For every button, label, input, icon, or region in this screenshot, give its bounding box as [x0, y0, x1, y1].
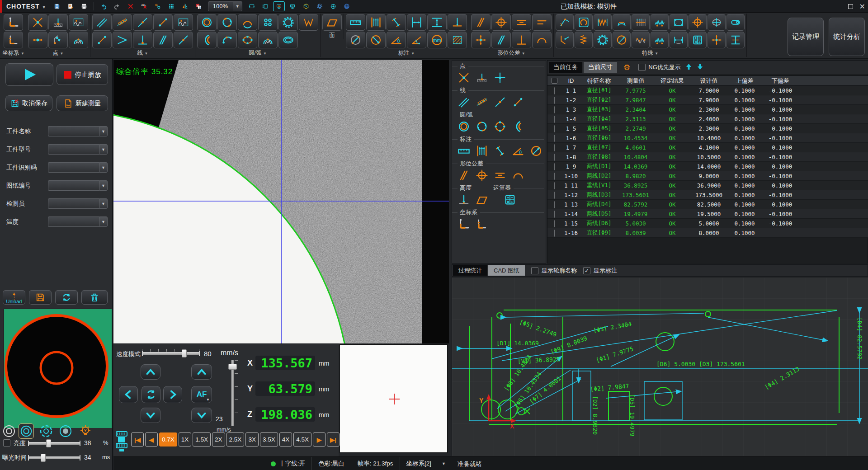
- line-pair-icon[interactable]: [532, 14, 552, 31]
- unload-button[interactable]: ▲┆ Unload: [3, 290, 25, 305]
- brightness-checkbox[interactable]: [3, 439, 10, 446]
- line-pts-icon[interactable]: [153, 14, 173, 31]
- globe-icon[interactable]: [341, 1, 353, 11]
- chevron-down-icon[interactable]: ▼: [233, 1, 242, 11]
- step-forward-button[interactable]: ▶: [313, 432, 326, 446]
- stage-minimap[interactable]: [340, 344, 448, 453]
- exposure-slider-handle[interactable]: [41, 454, 46, 462]
- line-pts-icon[interactable]: [92, 32, 112, 48]
- jog-y-minus-button[interactable]: [141, 408, 160, 423]
- main-menu-button[interactable]: CHOTEST ▼: [2, 3, 50, 10]
- row-checkbox[interactable]: [554, 163, 555, 170]
- cross-dot-icon[interactable]: [708, 32, 726, 48]
- wave-pts-icon[interactable]: [632, 32, 650, 48]
- beam-span-icon[interactable]: [726, 32, 745, 48]
- ribbon-group-label[interactable]: 坐标系 ▼: [2, 49, 24, 57]
- dist-circle2-icon[interactable]: [366, 32, 386, 48]
- jog-x-minus-button[interactable]: [119, 386, 138, 403]
- target-circle-icon[interactable]: [689, 14, 707, 31]
- plane-icon[interactable]: [322, 14, 342, 31]
- diam-circle-icon[interactable]: [613, 32, 631, 48]
- line-icon[interactable]: [174, 32, 193, 48]
- measurement-row-1-5[interactable]: 1-5直径[Φ5]2.2749 OK2.30000.1000 -0.1000: [547, 124, 868, 133]
- gear-teeth-icon[interactable]: [651, 32, 669, 48]
- row-checkbox[interactable]: [554, 154, 555, 161]
- row-checkbox[interactable]: [554, 106, 555, 113]
- line-icon[interactable]: [492, 95, 508, 109]
- records-management-button[interactable]: 记录管理: [788, 18, 824, 56]
- measurement-row-1-6[interactable]: 1-6直径[Φ6]10.4534 OK10.40000.1000 -0.1000: [547, 133, 868, 143]
- wave-box-icon[interactable]: [174, 14, 193, 31]
- ribbon-group-label[interactable]: 标注 ▼: [398, 49, 415, 57]
- z-speed-slider-handle[interactable]: [228, 364, 237, 370]
- speed-2.5X-button[interactable]: 2.5X: [226, 432, 245, 446]
- show-dimensions-checkbox[interactable]: ✓: [583, 267, 590, 274]
- color-mode-status[interactable]: 色彩:黑白: [311, 457, 351, 470]
- corner-line-icon[interactable]: [556, 32, 574, 48]
- segment-light-button[interactable]: [38, 423, 54, 439]
- crosshair-status[interactable]: 十字线:开: [264, 457, 311, 470]
- dome-icon[interactable]: [258, 32, 278, 48]
- tab-process-stats[interactable]: 过程统计: [453, 265, 487, 276]
- measurement-row-1-13[interactable]: 1-13两线[D4]82.5792 OK82.50000.1000 -0.100…: [547, 200, 868, 209]
- 检测员-combo[interactable]: ▼: [48, 198, 108, 209]
- jog-z-minus-button[interactable]: [191, 408, 212, 423]
- row-checkbox[interactable]: [554, 135, 555, 142]
- print-icon[interactable]: [78, 1, 90, 11]
- parallel-icon[interactable]: [471, 14, 491, 31]
- lamp-button[interactable]: [78, 423, 93, 439]
- circle-seg-icon[interactable]: [217, 14, 237, 31]
- dome-icon[interactable]: [69, 32, 88, 48]
- row-checkbox[interactable]: [554, 211, 555, 218]
- maximize-button[interactable]: [848, 4, 853, 9]
- cad-drawing-view[interactable]: Y X [Φ5] 2.2749[Φ3] 2.3404[D1] 14.0369[Φ…: [452, 277, 868, 456]
- zoom-level-combo[interactable]: 100% ▼: [208, 1, 242, 11]
- camera-live-view[interactable]: [113, 60, 449, 343]
- gear-circle-icon[interactable]: [594, 32, 612, 48]
- axes-icon[interactable]: [456, 217, 472, 231]
- speed-4X-button[interactable]: 4X: [279, 432, 292, 446]
- measurement-row-1-10[interactable]: 1-10两线[D2]8.9820 OK9.00000.1000 -0.1000: [547, 171, 868, 181]
- delete-all-icon[interactable]: ALL: [138, 1, 150, 11]
- cross-dot-icon[interactable]: [471, 32, 491, 48]
- ribbon-group-label[interactable]: 特殊 ▼: [642, 49, 658, 57]
- row-checkbox[interactable]: [554, 116, 555, 123]
- angle-q-icon[interactable]: θ: [387, 32, 406, 48]
- spring-v-icon[interactable]: [575, 32, 593, 48]
- jog-home-button[interactable]: [142, 386, 160, 403]
- 工件识别码-combo[interactable]: ▼: [48, 162, 108, 173]
- calc-icon[interactable]: [689, 32, 707, 48]
- measurement-row-1-14[interactable]: 1-14两线[D5]19.4979 OK19.50000.1000 -0.100…: [547, 209, 868, 219]
- step-last-button[interactable]: ▶|: [327, 432, 340, 446]
- pt-pattern-icon[interactable]: [48, 32, 68, 48]
- dot-grid9-icon[interactable]: [165, 1, 177, 11]
- hatch-box-icon[interactable]: [448, 32, 467, 48]
- axes2-icon[interactable]: [4, 32, 23, 48]
- motor-icon[interactable]: [327, 1, 339, 11]
- measurement-row-1-2[interactable]: 1-2直径[Φ2]7.9847 OK7.90000.1000 -0.1000: [547, 95, 868, 105]
- measurement-row-1-7[interactable]: 1-7直径[Φ7]4.0601 OK4.10000.1000 -0.1000: [547, 143, 868, 152]
- speed-1X-button[interactable]: 1X: [179, 432, 192, 446]
- axes2-icon[interactable]: [474, 217, 490, 231]
- coaxial-light-button[interactable]: [58, 423, 73, 439]
- mirror-icon[interactable]: [179, 1, 191, 11]
- show-contour-names-checkbox[interactable]: [531, 267, 538, 274]
- dist-v-icon[interactable]: [427, 14, 447, 31]
- dist-skew-icon[interactable]: [492, 144, 508, 158]
- speed-slider-handle[interactable]: [182, 349, 187, 357]
- row-checkbox[interactable]: [554, 173, 555, 180]
- measurement-row-1-3[interactable]: 1-3直径[Φ3]2.3404 OK2.30000.1000 -0.1000: [547, 105, 868, 114]
- ribbon-group-label[interactable]: 形位公差 ▼: [497, 49, 525, 57]
- pt-cross-icon[interactable]: [28, 14, 47, 31]
- keyhole-icon[interactable]: [726, 14, 745, 31]
- dot-grid-icon[interactable]: [258, 14, 278, 31]
- circle2-icon[interactable]: [456, 120, 472, 133]
- dist-skew-icon[interactable]: [387, 14, 406, 31]
- wave-box-icon[interactable]: [69, 14, 88, 31]
- redo-icon[interactable]: [111, 1, 123, 11]
- step-first-button[interactable]: |◀: [131, 432, 144, 446]
- angle-leader-icon[interactable]: [556, 14, 574, 31]
- circle-arc-icon[interactable]: [238, 14, 257, 31]
- undo-icon[interactable]: [98, 1, 109, 11]
- table-settings-gear-icon[interactable]: ⚙: [621, 62, 633, 73]
